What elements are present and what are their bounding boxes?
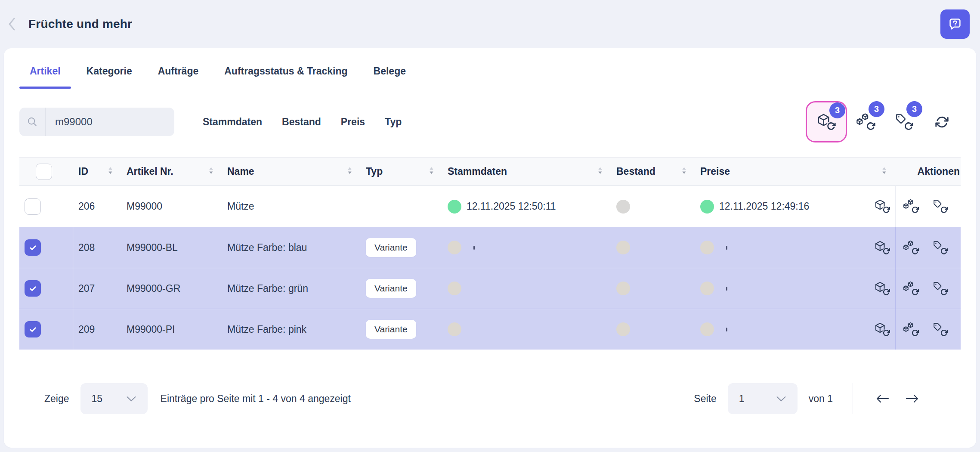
cell-artikel-nr: M99000-BL: [121, 227, 222, 268]
stammdaten-timestamp: 12.11.2025 12:50:11: [467, 201, 556, 212]
row-checkbox[interactable]: [25, 280, 41, 297]
cell-stammdaten: 12.11.2025 12:50:11: [442, 186, 611, 227]
price-sync-icon[interactable]: [932, 239, 949, 256]
stock-sync-icon[interactable]: [903, 321, 920, 338]
table-row[interactable]: 206 M99000 Mütze 12.11.2025 12:50:11 12.…: [19, 186, 961, 227]
price-sync-icon[interactable]: [932, 280, 949, 297]
cell-name: Mütze Farbe: grün: [222, 268, 361, 309]
row-checkbox[interactable]: [25, 239, 41, 256]
price-sync-button[interactable]: 3: [885, 101, 923, 142]
cell-id: 206: [73, 186, 121, 227]
sort-icon[interactable]: [346, 166, 353, 177]
entries-info: Einträge pro Seite mit 1 - 4 von 4 angez…: [161, 393, 351, 405]
next-page-button[interactable]: [903, 391, 922, 406]
tab-kategorie[interactable]: Kategorie: [76, 54, 142, 88]
status-dot: [448, 241, 461, 254]
status-dot: [448, 200, 461, 214]
back-button[interactable]: [4, 15, 19, 34]
column-header-id: ID: [78, 166, 88, 177]
cell-stammdaten: [442, 227, 611, 268]
filter-preis[interactable]: Preis: [341, 116, 365, 128]
cell-aktionen: [895, 268, 961, 309]
table-row[interactable]: 208 M99000-BL Mütze Farbe: blau Variante: [19, 227, 961, 268]
status-dot: [448, 322, 461, 336]
tab-belege[interactable]: Belege: [363, 54, 416, 88]
cell-id: 207: [73, 268, 121, 309]
sort-icon[interactable]: [428, 166, 435, 177]
cell-preise: 12.11.2025 12:49:16: [695, 186, 895, 227]
cell-name: Mütze Farbe: pink: [222, 309, 361, 350]
status-dot: [448, 282, 461, 295]
sort-icon[interactable]: [597, 166, 603, 177]
article-sync-icon[interactable]: [874, 321, 891, 338]
stock-sync-icon[interactable]: [903, 280, 920, 297]
table-row[interactable]: 207 M99000-GR Mütze Farbe: grün Variante: [19, 268, 961, 309]
status-dot: [616, 282, 630, 295]
tab-bar: ArtikelKategorieAufträgeAuftragsstatus &…: [19, 48, 961, 88]
cell-bestand: [611, 268, 695, 309]
tick-mark: [726, 246, 727, 250]
search-box[interactable]: [19, 108, 174, 136]
price-sync-icon[interactable]: [932, 321, 949, 338]
tick-mark: [726, 328, 727, 331]
footer-divider: [853, 383, 853, 414]
select-all-checkbox[interactable]: [36, 164, 52, 180]
stock-sync-icon[interactable]: [903, 239, 920, 256]
article-sync-icon[interactable]: [874, 198, 891, 215]
column-header-bestand: Bestand: [616, 166, 655, 177]
sort-icon[interactable]: [208, 166, 214, 177]
stock-sync-icon[interactable]: [903, 198, 920, 215]
article-sync-button[interactable]: 3: [806, 101, 847, 142]
sort-icon[interactable]: [881, 166, 887, 177]
column-header-artikel-nr: Artikel Nr.: [127, 166, 173, 177]
article-sync-icon[interactable]: [874, 280, 891, 297]
seite-label: Seite: [694, 393, 716, 405]
variante-badge: Variante: [366, 320, 416, 339]
stock-sync-button[interactable]: 3: [847, 101, 885, 142]
cell-stammdaten: [442, 309, 611, 350]
refresh-button[interactable]: [923, 101, 961, 142]
filter-bestand[interactable]: Bestand: [282, 116, 321, 128]
page-size-select[interactable]: 15: [80, 383, 148, 414]
sync-button-group: 3 3: [806, 101, 961, 142]
sort-icon[interactable]: [681, 166, 687, 177]
cell-preise: [695, 227, 895, 268]
tab-artikel[interactable]: Artikel: [19, 54, 71, 88]
stock-sync-badge: 3: [869, 101, 884, 117]
toolbar: StammdatenBestandPreisTyp 3: [19, 101, 961, 142]
status-dot: [700, 322, 714, 336]
variante-badge: Variante: [366, 238, 416, 257]
tab-auftragsstatus-tracking[interactable]: Auftragsstatus & Tracking: [214, 54, 358, 88]
price-sync-icon[interactable]: [932, 198, 949, 215]
cell-artikel-nr: M99000: [121, 186, 222, 227]
column-header-stammdaten: Stammdaten: [448, 166, 507, 177]
table-row[interactable]: 209 M99000-PI Mütze Farbe: pink Variante: [19, 309, 961, 350]
help-chat-icon: [947, 16, 963, 32]
sort-icon[interactable]: [107, 166, 114, 177]
cell-bestand: [611, 309, 695, 350]
cell-preise: [695, 309, 895, 350]
column-header-typ: Typ: [366, 166, 383, 177]
filter-typ[interactable]: Typ: [385, 116, 402, 128]
page-number-select[interactable]: 1: [728, 383, 798, 414]
preise-timestamp: 12.11.2025 12:49:16: [719, 201, 809, 212]
tick-mark: [473, 246, 475, 250]
price-sync-badge: 3: [906, 101, 922, 117]
cell-aktionen: [895, 227, 961, 268]
help-button[interactable]: [940, 9, 970, 39]
row-checkbox[interactable]: [25, 321, 41, 337]
row-checkbox[interactable]: [25, 198, 41, 215]
page-size-value: 15: [92, 393, 103, 405]
chevron-down-icon: [776, 396, 786, 402]
article-sync-icon[interactable]: [874, 239, 891, 256]
tab-auftr-ge[interactable]: Aufträge: [148, 54, 209, 88]
search-icon: [19, 115, 45, 128]
filter-stammdaten[interactable]: Stammdaten: [203, 116, 262, 128]
previous-page-button[interactable]: [873, 391, 892, 406]
search-input[interactable]: [46, 116, 174, 128]
cell-aktionen: [895, 186, 961, 227]
article-table: ID Artikel Nr. Name Typ Stammdaten Besta…: [19, 157, 961, 350]
table-body: 206 M99000 Mütze 12.11.2025 12:50:11 12.…: [19, 186, 961, 350]
cell-preise: [695, 268, 895, 309]
page-header: Früchte und mehr: [0, 0, 980, 48]
